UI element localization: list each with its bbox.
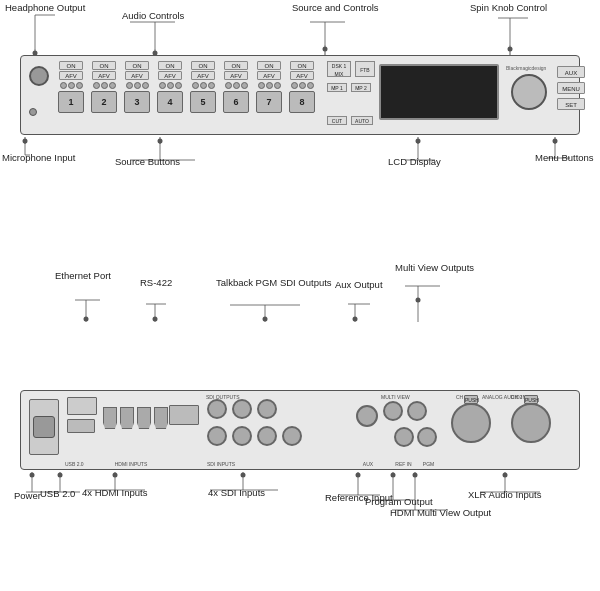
ch6-src-btn[interactable]: 6 (223, 91, 249, 113)
ethernet-port (67, 397, 97, 415)
mp2-btn[interactable]: MP 2 (351, 83, 371, 92)
menu-buttons-label: Menu Buttons (535, 152, 594, 164)
power-label: Power (14, 490, 41, 502)
mv-bnc-1 (383, 401, 403, 421)
auto-btn[interactable]: AUTO (351, 116, 373, 125)
ch8-on-btn[interactable]: ON (290, 61, 314, 70)
source-controls-label: Source and Controls (292, 2, 379, 14)
audio-controls-label: Audio Controls (122, 10, 184, 22)
mp1-btn[interactable]: MP 1 (327, 83, 347, 92)
svg-point-15 (553, 139, 558, 144)
sdi-inputs-label: 4x SDI Inputs (208, 487, 265, 499)
ch5-on-btn[interactable]: ON (191, 61, 215, 70)
hdmi-inputs-group (103, 407, 168, 429)
xlr2-push-btn[interactable]: PUSH (524, 395, 538, 404)
lcd-display-label: LCD Display (388, 156, 441, 168)
channel-6: ON AFV 6 (221, 60, 251, 113)
ch2-panel-label: CH 2 (511, 394, 522, 400)
front-panel: ON AFV 1 ON AFV 2 ON AFV 3 ON (20, 55, 580, 135)
ch2-afv-btn[interactable]: AFV (92, 71, 116, 80)
sdi-inputs-panel-label: SDI INPUTS (207, 461, 235, 467)
xlr1-push-btn[interactable]: PUSH (464, 395, 478, 404)
ch5-src-btn[interactable]: 5 (190, 91, 216, 113)
usb-connector (67, 419, 95, 433)
svg-point-33 (84, 317, 89, 322)
rear-panel: USB 2.0 HDMI INPUTS SDI OUTPUTS SDI INPU… (20, 390, 580, 470)
ch5-afv-btn[interactable]: AFV (191, 71, 215, 80)
hdmi-input-1 (103, 407, 117, 429)
spin-knob-label: Spin Knob Control (470, 2, 547, 14)
power-connector (29, 399, 59, 455)
svg-point-41 (263, 317, 268, 322)
svg-point-45 (353, 317, 358, 322)
rs422-label: RS-422 (140, 277, 172, 289)
menu-btn[interactable]: MENU (557, 82, 585, 94)
lcd-display (379, 64, 499, 120)
ch3-afv-btn[interactable]: AFV (125, 71, 149, 80)
svg-point-13 (416, 139, 421, 144)
brand-label: Blackmagicdesign (506, 65, 546, 71)
hdmi-input-2 (120, 407, 134, 429)
ch1-src-btn[interactable]: 1 (58, 91, 84, 113)
ch1-afv-btn[interactable]: AFV (59, 71, 83, 80)
headphone-output-label: Headphone Output (5, 2, 85, 14)
channel-2: ON AFV 2 (89, 60, 119, 113)
set-btn[interactable]: SET (557, 98, 585, 110)
sdi-in-1 (207, 426, 227, 446)
aux-bnc-label: AUX (353, 461, 383, 467)
hdmi-inputs-label: 4x HDMI Inputs (82, 487, 147, 499)
ch3-on-btn[interactable]: ON (125, 61, 149, 70)
usb-panel-label: USB 2.0 (65, 461, 84, 467)
source-buttons-label: Source Buttons (115, 156, 180, 168)
ch1-on-btn[interactable]: ON (59, 61, 83, 70)
ch8-src-btn[interactable]: 8 (289, 91, 315, 113)
pgm-panel-label: PGM (416, 461, 441, 467)
svg-point-7 (508, 47, 513, 52)
svg-point-61 (113, 473, 118, 478)
dsk-area: DSK 1MIX FTB MP 1 MP 2 CUT AUTO (326, 60, 376, 126)
channel-1: ON AFV 1 (56, 60, 86, 113)
channel-8: ON AFV 8 (287, 60, 317, 113)
mic-connector (29, 108, 37, 116)
ethernet-port-label: Ethernet Port (55, 270, 111, 282)
channel-columns: ON AFV 1 ON AFV 2 ON AFV 3 ON (56, 60, 317, 113)
ch2-src-btn[interactable]: 2 (91, 91, 117, 113)
ch2-on-btn[interactable]: ON (92, 61, 116, 70)
hdmi-inputs-panel-label: HDMI INPUTS (101, 461, 161, 467)
cut-btn[interactable]: CUT (327, 116, 347, 125)
sdi-in-3 (257, 426, 277, 446)
aux-output-label: Aux Output (335, 279, 383, 291)
ftb-btn[interactable]: FTB (355, 61, 375, 77)
sdi-outputs-group (207, 399, 277, 419)
svg-point-53 (30, 473, 35, 478)
refin-panel-label: REF IN (391, 461, 416, 467)
sdi-out-1 (207, 399, 227, 419)
dsk1-mix-btn[interactable]: DSK 1MIX (327, 61, 351, 77)
multi-view-outputs-label: Multi View Outputs (395, 262, 474, 274)
ch7-on-btn[interactable]: ON (257, 61, 281, 70)
aux-bnc (356, 405, 378, 427)
sdi-out-2 (232, 399, 252, 419)
spin-knob[interactable] (511, 74, 547, 110)
ch3-src-btn[interactable]: 3 (124, 91, 150, 113)
ch7-afv-btn[interactable]: AFV (257, 71, 281, 80)
sdi-in-2 (232, 426, 252, 446)
ch7-src-btn[interactable]: 7 (256, 91, 282, 113)
ch8-afv-btn[interactable]: AFV (290, 71, 314, 80)
diagram-container: Headphone Output Audio Controls Source a… (0, 0, 600, 591)
sdi-in-4 (282, 426, 302, 446)
rs422-connector (169, 405, 199, 425)
ch4-on-btn[interactable]: ON (158, 61, 182, 70)
ch6-afv-btn[interactable]: AFV (224, 71, 248, 80)
hdmi-input-3 (137, 407, 151, 429)
svg-point-77 (391, 473, 396, 478)
channel-7: ON AFV 7 (254, 60, 284, 113)
svg-point-5 (323, 47, 328, 52)
mv-bnc-2 (407, 401, 427, 421)
aux-btn[interactable]: AUX (557, 66, 585, 78)
ch6-on-btn[interactable]: ON (224, 61, 248, 70)
svg-point-57 (58, 473, 63, 478)
ch4-src-btn[interactable]: 4 (157, 91, 183, 113)
talkback-pgm-sdi-label: Talkback PGM SDI Outputs (216, 277, 332, 289)
ch4-afv-btn[interactable]: AFV (158, 71, 182, 80)
